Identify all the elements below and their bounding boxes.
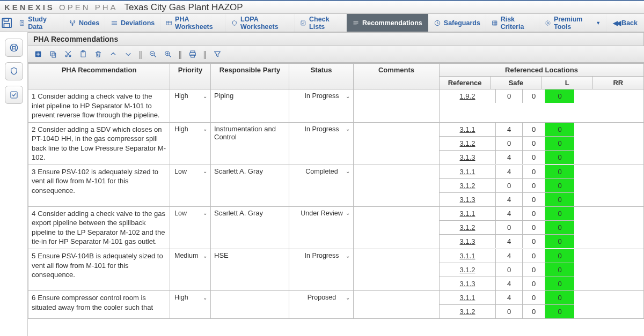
priority-select[interactable]: Low⌄ [171,166,209,177]
reference-link[interactable]: 3.1.2 [440,179,496,193]
zoom-out-button[interactable] [147,48,159,60]
cell-priority[interactable]: High⌄ [170,89,211,123]
reference-link[interactable]: 3.1.1 [440,123,496,137]
cell-responsible-party[interactable]: Scarlett A. Gray [211,206,289,249]
priority-select[interactable]: High⌄ [171,292,209,303]
reference-link[interactable]: 3.1.3 [440,277,496,290]
col-reference[interactable]: Reference [440,77,491,89]
cell-recommendation[interactable]: 6Ensure compressor control room is situa… [28,291,170,319]
cell-responsible-party[interactable] [211,291,289,319]
copy-button[interactable] [47,48,59,60]
table-row[interactable]: 1Consider adding a check valve to the in… [28,89,644,123]
col-comments[interactable]: Comments [354,64,440,89]
cell-status[interactable]: Proposed⌄ [289,291,354,319]
move-up-button[interactable] [107,48,119,60]
col-rr[interactable]: RR [592,77,643,89]
reference-link[interactable]: 3.1.1 [440,249,496,263]
cell-status[interactable]: In Progress⌄ [289,122,354,165]
move-down-button[interactable] [122,48,134,60]
nav-back[interactable]: ◀◀ Back [606,14,644,32]
cell-comments[interactable] [354,206,440,249]
cell-comments[interactable] [354,122,440,165]
table-row[interactable]: 5Ensure PSV-104B is adequately sized to … [28,249,644,291]
cell-priority[interactable]: High⌄ [170,122,211,165]
nav-nodes[interactable]: Nodes [63,14,105,32]
reference-link[interactable]: 1.9.2 [440,89,496,103]
status-select[interactable]: Proposed⌄ [290,292,352,303]
status-select[interactable]: Under Review⌄ [290,208,352,219]
priority-select[interactable]: Medium⌄ [171,250,209,261]
reference-link[interactable]: 3.1.2 [440,137,496,151]
cell-comments[interactable] [354,165,440,206]
nav-lopa-worksheets[interactable]: LOPA Worksheets [226,14,295,32]
save-icon[interactable] [0,14,13,32]
cell-recommendation[interactable]: 2Consider adding a SDV which closes on P… [28,122,170,165]
sidebar-check-button[interactable] [5,86,23,104]
priority-select[interactable]: High⌄ [171,124,209,135]
table-row[interactable]: 2Consider adding a SDV which closes on P… [28,122,644,165]
nav-check-lists[interactable]: Check Lists [295,14,347,32]
col-status[interactable]: Status [289,64,354,89]
cell-status[interactable]: Completed⌄ [289,165,354,206]
priority-select[interactable]: Low⌄ [171,208,209,219]
reference-link[interactable]: 3.1.1 [440,207,496,221]
nav-recommendations[interactable]: Recommendations [347,14,428,32]
reference-link[interactable]: 3.1.3 [440,235,496,248]
reference-link[interactable]: 3.1.2 [440,305,496,318]
cell-responsible-party[interactable]: HSE [211,249,289,291]
cell-comments[interactable] [354,89,440,123]
nav-study-data[interactable]: Study Data [13,14,63,32]
nav-pha-worksheets[interactable]: PHA Worksheets [160,14,226,32]
filter-button[interactable] [211,48,223,60]
cell-comments[interactable] [354,291,440,319]
reference-link[interactable]: 3.1.3 [440,193,496,206]
cell-recommendation[interactable]: 1Consider adding a check valve to the in… [28,89,170,123]
reference-link[interactable]: 3.1.1 [440,165,496,179]
status-select[interactable]: In Progress⌄ [290,250,352,261]
sidebar-shield-button[interactable] [5,62,23,80]
print-button[interactable] [187,48,199,60]
col-priority[interactable]: Priority [170,64,211,89]
nav-risk-criteria[interactable]: Risk Criteria [486,14,540,32]
cell-priority[interactable]: Low⌄ [170,165,211,206]
cell-priority[interactable]: High⌄ [170,291,211,319]
sidebar-help-button[interactable] [5,39,23,57]
status-select[interactable]: In Progress⌄ [290,124,352,135]
cell-responsible-party[interactable]: Piping [211,89,289,123]
cut-button[interactable] [62,48,74,60]
paste-button[interactable] [77,48,89,60]
cell-priority[interactable]: Low⌄ [170,206,211,249]
reference-link[interactable]: 3.1.1 [440,291,496,305]
col-l[interactable]: L [541,77,592,89]
cell-comments[interactable] [354,249,440,291]
row-number: 5 [32,252,35,260]
cell-responsible-party[interactable]: Scarlett A. Gray [211,165,289,206]
col-party[interactable]: Responsible Party [211,64,289,89]
reference-link[interactable]: 3.1.2 [440,221,496,235]
table-row[interactable]: 4Consider adding a check valve to the ga… [28,206,644,249]
cell-recommendation[interactable]: 4Consider adding a check valve to the ga… [28,206,170,249]
cell-recommendation[interactable]: 3Ensure PSV-102 is adequately sized to v… [28,165,170,206]
nav-premium-tools[interactable]: Premium Tools ▼ [539,14,606,32]
status-select[interactable]: Completed⌄ [290,166,352,177]
cell-priority[interactable]: Medium⌄ [170,249,211,291]
zoom-in-button[interactable] [162,48,174,60]
cell-recommendation[interactable]: 5Ensure PSV-104B is adequately sized to … [28,249,170,291]
reference-link[interactable]: 3.1.3 [440,151,496,164]
table-row[interactable]: 6Ensure compressor control room is situa… [28,291,644,319]
priority-select[interactable]: High⌄ [171,91,209,101]
nav-safeguards[interactable]: Safeguards [428,14,486,32]
add-button[interactable] [32,48,44,60]
nav-deviations[interactable]: Deviations [105,14,160,32]
cell-status[interactable]: In Progress⌄ [289,89,354,123]
table-row[interactable]: 3Ensure PSV-102 is adequately sized to v… [28,165,644,206]
toolbar: ‖ ‖ ‖ [28,46,644,63]
reference-link[interactable]: 3.1.2 [440,263,496,277]
col-recommendation[interactable]: PHA Recommendation [28,64,170,89]
delete-button[interactable] [92,48,104,60]
cell-status[interactable]: In Progress⌄ [289,249,354,291]
status-select[interactable]: In Progress⌄ [290,91,352,101]
cell-responsible-party[interactable]: Instrumentation and Control [211,122,289,165]
col-safe[interactable]: Safe [491,77,541,89]
cell-status[interactable]: Under Review⌄ [289,206,354,249]
